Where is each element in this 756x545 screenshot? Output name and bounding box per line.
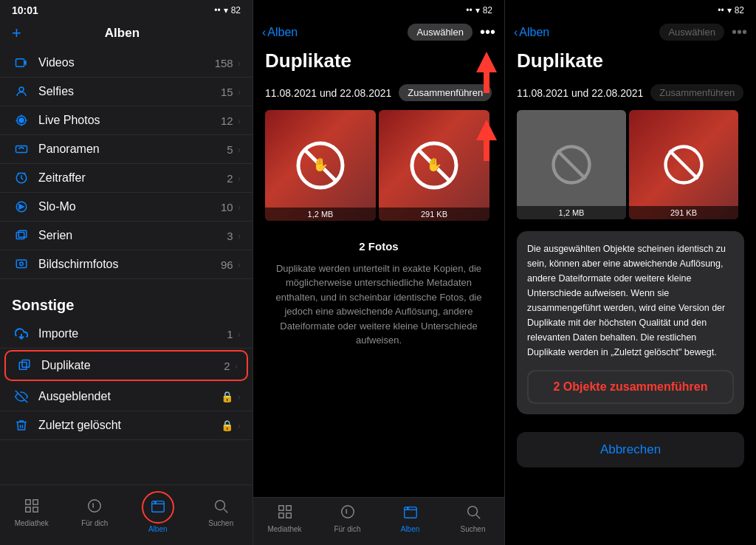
lock-icon-zuletzt-geloscht: 🔒	[221, 419, 233, 431]
zusammenfuhren-button-3[interactable]: Zusammenführen	[650, 84, 743, 101]
tab-mediathek-2[interactable]: Mediathek	[263, 504, 307, 533]
svg-point-25	[154, 501, 156, 503]
svg-line-27	[224, 509, 227, 513]
cancel-btn-container: Abbrechen	[505, 432, 756, 467]
mediathek-icon-1	[24, 498, 40, 518]
svg-rect-18	[22, 360, 30, 368]
album-item-videos[interactable]: Videos 158 ›	[0, 49, 252, 78]
add-album-button[interactable]: +	[12, 24, 21, 43]
merge-objects-button[interactable]: 2 Objekte zusammenführen	[529, 371, 732, 402]
p3-photo-1-size: 1,2 MB	[517, 206, 626, 219]
tab-furdich-2[interactable]: Für dich	[326, 504, 370, 533]
svg-line-41	[476, 515, 480, 518]
svg-rect-9	[16, 146, 27, 153]
album-item-duplikate[interactable]: Duplikate 2 ›	[4, 350, 248, 381]
signal-icon: ••	[214, 5, 220, 16]
chevron-icon-importe: ›	[238, 329, 241, 340]
video-icon	[12, 56, 31, 69]
p3-photo-1: 1,2 MB	[517, 110, 626, 219]
status-bar-3: 10:01 •• ▾ 82	[505, 0, 756, 21]
svg-line-43	[557, 151, 586, 179]
albums-header: + Alben	[0, 21, 252, 49]
p2-photo-2-size: 291 KB	[379, 208, 489, 221]
status-icons-1: •• ▾ 82	[214, 5, 241, 16]
tab-label-mediathek-1: Mediathek	[15, 519, 49, 527]
chevron-icon-videos: ›	[238, 58, 241, 69]
p3-nav-bar: ‹ Alben Auswählen •••	[505, 21, 756, 47]
signal-icon-3: ••	[718, 5, 724, 16]
album-item-slo-mo[interactable]: Slo-Mo 10 ›	[0, 193, 252, 222]
p2-photo-1[interactable]: ✋ 1,2 MB	[265, 110, 376, 221]
chevron-icon-duplikate: ›	[235, 360, 238, 371]
album-count-panoramen: 5	[227, 143, 233, 156]
tab-label-suchen-1: Suchen	[208, 519, 233, 527]
suchen-icon-1	[213, 498, 229, 518]
trash-icon	[12, 419, 31, 432]
album-item-importe[interactable]: Importe 1 ›	[0, 320, 252, 349]
status-time-1: 10:01	[12, 4, 38, 16]
p3-page-title: Duplikate	[505, 47, 756, 81]
status-icons-3: •• ▾ 82	[718, 5, 744, 16]
battery-icon-3: 82	[735, 5, 744, 16]
back-label-2: Alben	[267, 26, 298, 39]
album-item-selfies[interactable]: Selfies 15 ›	[0, 78, 252, 106]
tab-furdich-1[interactable]: Für dich	[72, 498, 117, 527]
album-count-zeitraffer: 2	[227, 172, 233, 185]
back-chevron-3: ‹	[514, 26, 518, 39]
album-item-ausgeblendet[interactable]: Ausgeblendet 🔒 ›	[0, 383, 252, 411]
tab-label-mediathek-2: Mediathek	[267, 525, 301, 533]
album-count-importe: 1	[227, 328, 233, 340]
album-count-duplikate: 2	[224, 360, 230, 372]
back-label-3: Alben	[519, 26, 549, 39]
svg-point-39	[407, 508, 408, 510]
album-count-videos: 158	[215, 57, 233, 69]
p2-photo-2[interactable]: ✋ 291 KB	[379, 110, 489, 221]
panel-merge-confirm: 10:01 •• ▾ 82 ‹ Alben Auswählen ••• Dupl…	[505, 0, 756, 545]
album-item-panoramen[interactable]: Panoramen 5 ›	[0, 135, 252, 164]
svg-rect-0	[16, 59, 24, 67]
panorama-icon	[12, 143, 31, 156]
album-item-serien[interactable]: Serien 3 ›	[0, 222, 252, 250]
album-name-videos: Videos	[38, 56, 215, 69]
album-item-live-photos[interactable]: Live Photos 12 ›	[0, 106, 252, 135]
status-icons-2: •• ▾ 82	[466, 5, 492, 16]
svg-rect-17	[19, 363, 27, 370]
slo-mo-icon	[12, 200, 31, 213]
more-button-2[interactable]: •••	[480, 24, 495, 41]
chevron-icon-live-photos: ›	[238, 115, 241, 126]
tab-alben-2[interactable]: Alben	[388, 504, 433, 533]
p3-date: 11.08.2021 und 22.08.2021	[517, 87, 643, 99]
tab-label-furdich-2: Für dich	[334, 525, 360, 533]
auswahlen-button-3[interactable]: Auswählen	[659, 24, 724, 41]
panel-duplicates-detail: 10:01 •• ▾ 82 ‹ Alben Auswählen ••• Dupl…	[253, 0, 505, 545]
selfie-icon	[12, 85, 31, 98]
more-button-3[interactable]: •••	[732, 24, 747, 41]
svg-point-3	[19, 118, 24, 123]
album-name-duplikate: Duplikate	[41, 359, 224, 372]
chevron-icon-bildschirmfotos: ›	[238, 259, 241, 270]
p2-info-text: Duplikate werden unterteilt in exakte Ko…	[276, 263, 482, 346]
album-name-zuletzt-geloscht: Zuletzt gelöscht	[38, 419, 221, 432]
p2-date-row: 11.08.2021 und 22.08.2021 Zusammenführen	[253, 81, 504, 110]
alben-active-indicator	[142, 491, 174, 524]
album-name-slo-mo: Slo-Mo	[38, 200, 221, 213]
tab-suchen-2[interactable]: Suchen	[451, 504, 495, 533]
back-button-3[interactable]: ‹ Alben	[514, 26, 549, 39]
suchen-icon-2	[465, 504, 481, 524]
tab-suchen-1[interactable]: Suchen	[199, 498, 243, 527]
back-button-2[interactable]: ‹ Alben	[262, 26, 298, 39]
p2-date: 11.08.2021 und 22.08.2021	[265, 87, 391, 99]
svg-rect-38	[404, 507, 416, 518]
chevron-icon-zeitraffer: ›	[238, 173, 241, 184]
tab-mediathek-1[interactable]: Mediathek	[10, 498, 54, 527]
bildschirmfotos-icon	[12, 258, 31, 271]
album-item-bildschirmfotos[interactable]: Bildschirmfotos 96 ›	[0, 250, 252, 279]
wifi-icon-3: ▾	[727, 5, 732, 16]
album-item-zeitraffer[interactable]: Zeitraffer 2 ›	[0, 164, 252, 193]
cancel-button[interactable]: Abbrechen	[517, 432, 744, 467]
auswahlen-button-2[interactable]: Auswählen	[408, 24, 472, 41]
tab-alben-1[interactable]: Alben	[136, 491, 180, 533]
album-name-panoramen: Panoramen	[38, 143, 227, 156]
panel-albums-list: 10:01 •• ▾ 82 + Alben Videos 158 ›	[0, 0, 253, 545]
album-item-zuletzt-geloscht[interactable]: Zuletzt gelöscht 🔒 ›	[0, 411, 252, 440]
